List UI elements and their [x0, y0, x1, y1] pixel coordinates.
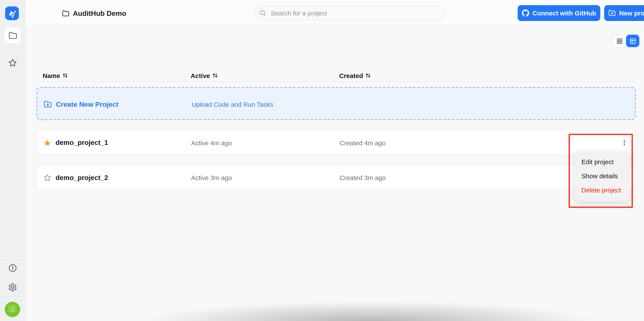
- menu-item-show-details[interactable]: Show details: [574, 169, 629, 183]
- search-bar: [254, 6, 446, 20]
- table-header-divider: [36, 81, 636, 82]
- grid-view-button[interactable]: [613, 35, 626, 47]
- info-icon: [8, 264, 17, 272]
- menu-item-edit-project[interactable]: Edit project: [574, 155, 629, 169]
- table-icon: [629, 38, 636, 44]
- column-header-active[interactable]: Active: [191, 68, 218, 82]
- folder-plus-icon: [44, 100, 52, 108]
- audithub-logo-icon: [7, 8, 17, 18]
- project-created: Created 3m ago: [340, 174, 386, 181]
- search-input[interactable]: [270, 9, 440, 17]
- project-name: demo_project_2: [56, 174, 108, 182]
- github-icon: [522, 10, 529, 17]
- row-actions-kebab-icon[interactable]: [619, 138, 630, 148]
- sidebar-item-info[interactable]: [4, 260, 21, 276]
- sort-icon: [212, 72, 218, 78]
- new-project-label: New project: [619, 10, 644, 17]
- folder-icon: [8, 31, 17, 40]
- column-header-name[interactable]: Name: [43, 68, 68, 82]
- sort-icon: [365, 72, 371, 78]
- main-content: Name Active Created: [26, 26, 644, 321]
- project-active: Active 3m ago: [191, 174, 232, 181]
- sidebar: [0, 0, 26, 321]
- connect-github-label: Connect with GitHub: [532, 10, 596, 17]
- create-new-project-row[interactable]: Create New Project Upload Code and Run T…: [36, 87, 636, 120]
- column-label: Name: [43, 72, 60, 79]
- table-view-button[interactable]: [626, 35, 639, 47]
- project-created: Created 4m ago: [340, 139, 386, 146]
- search-icon: [260, 10, 266, 16]
- grid-icon: [616, 38, 623, 44]
- app-root: AuditHub Demo Connect with GitHub: [0, 0, 644, 321]
- star-filled-icon[interactable]: [43, 139, 51, 147]
- app-logo[interactable]: [5, 6, 19, 20]
- sort-icon: [62, 72, 68, 78]
- menu-item-delete-project[interactable]: Delete project: [574, 183, 629, 197]
- user-avatar[interactable]: [4, 301, 20, 318]
- sidebar-divider-bottom: [0, 296, 26, 296]
- top-bar: AuditHub Demo Connect with GitHub: [26, 0, 644, 26]
- sidebar-item-settings[interactable]: [4, 279, 21, 296]
- column-header-created[interactable]: Created: [339, 68, 371, 82]
- create-project-title: Create New Project: [56, 100, 118, 108]
- project-row-demo_project_2[interactable]: demo_project_2 Active 3m ago Created 3m …: [36, 165, 636, 190]
- table-header-row: Name Active Created: [36, 68, 636, 82]
- project-name: demo_project_1: [56, 139, 108, 146]
- folder-plus-icon: [608, 10, 616, 17]
- gear-icon: [8, 283, 17, 292]
- project-active: Active 4m ago: [191, 139, 232, 146]
- row-context-menu: Edit project Show details Delete project: [574, 151, 629, 201]
- view-toggle: [612, 34, 640, 48]
- new-project-button[interactable]: New project: [604, 5, 644, 21]
- breadcrumb: AuditHub Demo: [62, 0, 126, 26]
- project-row-demo_project_1[interactable]: demo_project_1 Active 4m ago Created 4m …: [36, 130, 636, 155]
- column-label: Created: [339, 72, 363, 79]
- star-outline-icon[interactable]: [43, 174, 51, 182]
- create-project-subtitle: Upload Code and Run Tasks: [192, 101, 273, 108]
- sidebar-item-projects[interactable]: [4, 27, 21, 44]
- star-icon: [8, 58, 17, 67]
- sidebar-item-favorites[interactable]: [4, 54, 21, 71]
- page-title: AuditHub Demo: [73, 9, 126, 17]
- connect-github-button[interactable]: Connect with GitHub: [518, 5, 600, 21]
- folder-icon: [62, 10, 70, 17]
- column-label: Active: [191, 72, 210, 79]
